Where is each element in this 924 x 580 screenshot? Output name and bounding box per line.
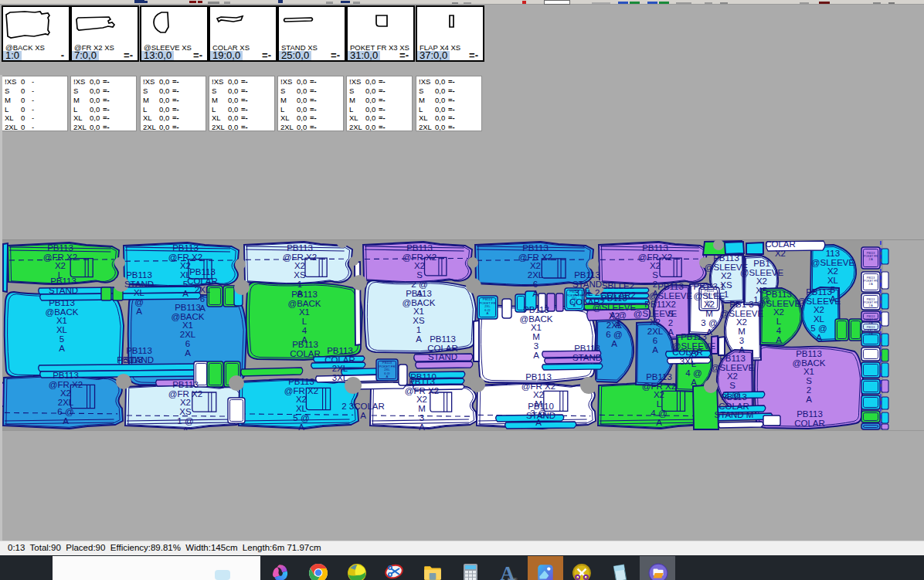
svg-text:PB113COLARSTAND: PB113COLARSTAND [427, 334, 458, 361]
svg-text:PB113STAND3 XL 2COLAR2: PB113STAND3 XL 2COLAR2 [569, 270, 605, 307]
svg-text:PB113STAND: PB113STAND [49, 276, 78, 295]
svg-text:PB113STAND: PB113STAND [572, 344, 602, 362]
svg-text:PB113COLAR: PB113COLAR [290, 340, 321, 358]
svg-text:PB113COLAR: PB113COLAR [794, 409, 825, 428]
svg-text:PB113: PB113 [117, 355, 143, 365]
